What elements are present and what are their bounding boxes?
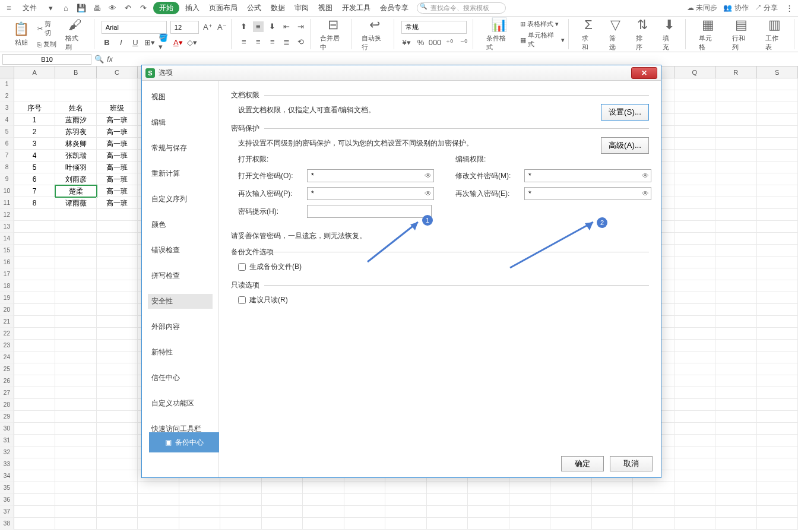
cell[interactable] <box>633 518 674 530</box>
column-header[interactable]: B <box>55 66 96 78</box>
font-select[interactable] <box>102 21 167 34</box>
cell[interactable] <box>757 423 798 435</box>
currency-btn[interactable]: ¥▾ <box>401 37 412 48</box>
cell[interactable] <box>757 185 798 197</box>
cell[interactable] <box>97 221 138 233</box>
row-header[interactable]: 14 <box>0 233 14 245</box>
cell[interactable]: 6 <box>14 173 55 185</box>
tab-插入[interactable]: 插入 <box>182 2 203 14</box>
row-header[interactable]: 26 <box>0 375 14 387</box>
sidebar-item-12[interactable]: 自定义功能区 <box>148 396 213 411</box>
password-hint-input[interactable] <box>307 205 432 218</box>
cell[interactable]: 叶倾羽 <box>55 162 96 173</box>
eye-icon[interactable]: 👁 <box>642 189 649 198</box>
sidebar-item-2[interactable]: 常规与保存 <box>148 141 213 156</box>
cell[interactable] <box>97 209 138 221</box>
save-btn[interactable]: 💾 <box>76 3 87 14</box>
tab-审阅[interactable]: 审阅 <box>291 2 312 14</box>
cell[interactable] <box>757 173 798 185</box>
align-distribute-btn[interactable]: ≣ <box>281 36 292 47</box>
cell[interactable] <box>97 233 138 245</box>
align-center-btn[interactable]: ≡ <box>253 36 264 47</box>
cell[interactable] <box>757 126 798 138</box>
cell[interactable] <box>715 423 756 435</box>
cell[interactable] <box>674 375 715 387</box>
cell[interactable] <box>757 90 798 102</box>
filter-icon[interactable]: ▽ <box>610 17 620 33</box>
cell[interactable] <box>674 150 715 162</box>
cell[interactable]: 7 <box>14 185 55 197</box>
share-btn[interactable]: ↗ 分享 <box>755 3 778 13</box>
cell[interactable] <box>757 375 798 387</box>
cell[interactable] <box>427 518 468 530</box>
fx-icon[interactable]: fx <box>104 54 115 65</box>
align-bot-btn[interactable]: ⬇ <box>267 21 278 32</box>
cell[interactable] <box>674 78 715 90</box>
cell[interactable] <box>55 482 96 494</box>
cell[interactable] <box>674 209 715 221</box>
cell[interactable] <box>97 375 138 387</box>
cell[interactable]: 3 <box>14 138 55 150</box>
sidebar-item-3[interactable]: 重新计算 <box>148 166 213 181</box>
cell[interactable] <box>97 328 138 340</box>
cell[interactable] <box>674 352 715 363</box>
cell[interactable] <box>715 399 756 411</box>
underline-btn[interactable]: U <box>130 37 141 48</box>
cancel-button[interactable]: 取消 <box>610 456 653 471</box>
merge-icon[interactable]: ⊟ <box>328 17 338 33</box>
cell[interactable]: 1 <box>14 114 55 126</box>
cell[interactable] <box>674 280 715 292</box>
cell[interactable] <box>674 256 715 268</box>
comma-btn[interactable]: 000 <box>430 37 441 48</box>
cell[interactable]: 高一班 <box>97 162 138 173</box>
cell[interactable] <box>757 256 798 268</box>
cell[interactable] <box>715 233 756 245</box>
number-format-select[interactable] <box>401 21 467 34</box>
cell[interactable] <box>592 518 633 530</box>
cell[interactable] <box>14 411 55 423</box>
row-header[interactable]: 2 <box>0 90 14 102</box>
cell[interactable] <box>715 162 756 173</box>
ok-button[interactable]: 确定 <box>561 456 604 471</box>
cell[interactable] <box>715 102 756 114</box>
cell[interactable] <box>179 506 220 518</box>
cell[interactable] <box>138 494 179 506</box>
sidebar-item-5[interactable]: 颜色 <box>148 217 213 232</box>
cell-reference-input[interactable] <box>2 54 91 65</box>
cell[interactable] <box>674 411 715 423</box>
column-header[interactable]: Q <box>674 66 715 78</box>
cell[interactable]: 8 <box>14 197 55 209</box>
cell[interactable] <box>757 245 798 256</box>
cell[interactable] <box>303 482 344 494</box>
cell[interactable] <box>55 280 96 292</box>
sidebar-item-8[interactable]: 安全性 <box>148 294 213 309</box>
row-header[interactable]: 10 <box>0 185 14 197</box>
indent-right-btn[interactable]: ⇥ <box>296 21 306 32</box>
cell[interactable] <box>757 458 798 470</box>
font-color-btn[interactable]: A▾ <box>173 37 183 48</box>
row-header[interactable]: 1 <box>0 78 14 90</box>
cell[interactable] <box>592 482 633 494</box>
cell[interactable] <box>674 482 715 494</box>
dec-decimal-btn[interactable]: ⁻⁰ <box>458 37 469 48</box>
cell[interactable] <box>757 316 798 328</box>
cell[interactable] <box>757 387 798 399</box>
cell[interactable] <box>14 375 55 387</box>
cell[interactable] <box>674 399 715 411</box>
row-header[interactable]: 6 <box>0 138 14 150</box>
sort-icon[interactable]: ⇅ <box>637 17 648 33</box>
cell[interactable] <box>262 494 303 506</box>
cell[interactable] <box>14 446 55 458</box>
row-header[interactable]: 16 <box>0 256 14 268</box>
cell[interactable] <box>97 280 138 292</box>
cell[interactable] <box>715 126 756 138</box>
cond-format-icon[interactable]: 📊 <box>491 17 507 33</box>
cell[interactable] <box>757 363 798 375</box>
row-header[interactable]: 30 <box>0 423 14 435</box>
row-header[interactable]: 28 <box>0 399 14 411</box>
cell[interactable] <box>757 352 798 363</box>
sum-icon[interactable]: Σ <box>584 17 593 33</box>
tab-页面布局[interactable]: 页面布局 <box>205 2 241 14</box>
cell[interactable] <box>179 518 220 530</box>
row-header[interactable]: 20 <box>0 304 14 316</box>
